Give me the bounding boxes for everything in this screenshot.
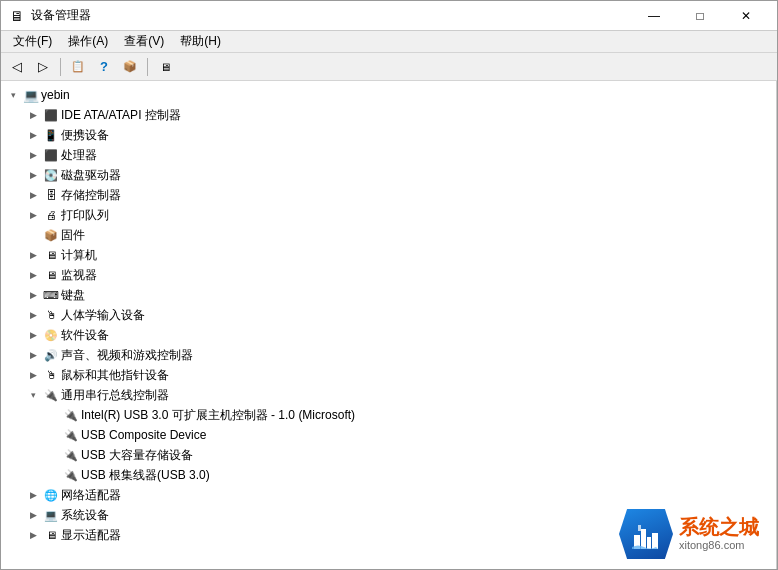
properties-button[interactable]: 📋 [66, 56, 90, 78]
system-icon: 💻 [43, 507, 59, 523]
network-icon: 🌐 [43, 487, 59, 503]
ide-label: IDE ATA/ATAPI 控制器 [61, 107, 181, 124]
update-driver-button[interactable]: 📦 [118, 56, 142, 78]
intel-usb-label: Intel(R) USB 3.0 可扩展主机控制器 - 1.0 (Microso… [81, 407, 355, 424]
tree-item-ide[interactable]: ▶ ⬛ IDE ATA/ATAPI 控制器 [1, 105, 776, 125]
processor-label: 处理器 [61, 147, 97, 164]
tree-item-usb-hub[interactable]: 🔌 USB 根集线器(USB 3.0) [1, 465, 776, 485]
tree-item-network[interactable]: ▶ 🌐 网络适配器 [1, 485, 776, 505]
tree-item-firmware[interactable]: 📦 固件 [1, 225, 776, 245]
tree-item-computer[interactable]: ▶ 🖥 计算机 [1, 245, 776, 265]
title-controls: — □ ✕ [631, 1, 769, 31]
tree-root[interactable]: ▾ 💻 yebin [1, 85, 776, 105]
expander-software[interactable]: ▶ [25, 327, 41, 343]
expander-ide[interactable]: ▶ [25, 107, 41, 123]
expander-display[interactable]: ▶ [25, 527, 41, 543]
expander-root[interactable]: ▾ [5, 87, 21, 103]
disk-label: 磁盘驱动器 [61, 167, 121, 184]
minimize-button[interactable]: — [631, 1, 677, 31]
tree-item-usb-composite[interactable]: 🔌 USB Composite Device [1, 425, 776, 445]
print-label: 打印队列 [61, 207, 109, 224]
expander-system[interactable]: ▶ [25, 507, 41, 523]
expander-sound[interactable]: ▶ [25, 347, 41, 363]
usb-mass-icon: 🔌 [63, 447, 79, 463]
usb-controller-icon: 🔌 [43, 387, 59, 403]
mouse-icon: 🖱 [43, 367, 59, 383]
uninstall-button[interactable]: 🖥 [153, 56, 177, 78]
hid-icon: 🖱 [43, 307, 59, 323]
expander-usb-mass [45, 447, 61, 463]
expander-computer[interactable]: ▶ [25, 247, 41, 263]
menu-file[interactable]: 文件(F) [5, 31, 60, 52]
menu-action[interactable]: 操作(A) [60, 31, 116, 52]
mouse-label: 鼠标和其他指针设备 [61, 367, 169, 384]
tree-item-keyboard[interactable]: ▶ ⌨ 键盘 [1, 285, 776, 305]
tree-item-hid[interactable]: ▶ 🖱 人体学输入设备 [1, 305, 776, 325]
keyboard-icon: ⌨ [43, 287, 59, 303]
expander-storage[interactable]: ▶ [25, 187, 41, 203]
back-button[interactable]: ◁ [5, 56, 29, 78]
tree-item-system[interactable]: ▶ 💻 系统设备 [1, 505, 776, 525]
expander-print[interactable]: ▶ [25, 207, 41, 223]
title-bar-left: 🖥 设备管理器 [9, 7, 91, 24]
expander-usb-composite [45, 427, 61, 443]
monitor-label: 监视器 [61, 267, 97, 284]
expander-mouse[interactable]: ▶ [25, 367, 41, 383]
toolbar: ◁ ▷ 📋 ? 📦 🖥 [1, 53, 777, 81]
tree-item-print[interactable]: ▶ 🖨 打印队列 [1, 205, 776, 225]
expander-usb-hub [45, 467, 61, 483]
tree-item-sound[interactable]: ▶ 🔊 声音、视频和游戏控制器 [1, 345, 776, 365]
help-button[interactable]: ? [92, 56, 116, 78]
expander-monitor[interactable]: ▶ [25, 267, 41, 283]
expander-disk[interactable]: ▶ [25, 167, 41, 183]
tree-item-usb-mass[interactable]: 🔌 USB 大容量存储设备 [1, 445, 776, 465]
content-area: ▾ 💻 yebin ▶ ⬛ IDE ATA/ATAPI 控制器 ▶ 📱 便携设备… [1, 81, 777, 569]
menu-help[interactable]: 帮助(H) [172, 31, 229, 52]
tree-item-processor[interactable]: ▶ ⬛ 处理器 [1, 145, 776, 165]
tree-item-mouse[interactable]: ▶ 🖱 鼠标和其他指针设备 [1, 365, 776, 385]
computer2-icon: 🖥 [43, 247, 59, 263]
ide-icon: ⬛ [43, 107, 59, 123]
software-label: 软件设备 [61, 327, 109, 344]
close-button[interactable]: ✕ [723, 1, 769, 31]
portable-label: 便携设备 [61, 127, 109, 144]
menu-view[interactable]: 查看(V) [116, 31, 172, 52]
storage-icon: 🗄 [43, 187, 59, 203]
expander-hid[interactable]: ▶ [25, 307, 41, 323]
monitor-icon: 🖥 [43, 267, 59, 283]
tree-item-software[interactable]: ▶ 📀 软件设备 [1, 325, 776, 345]
system-label: 系统设备 [61, 507, 109, 524]
expander-keyboard[interactable]: ▶ [25, 287, 41, 303]
firmware-icon: 📦 [43, 227, 59, 243]
tree-item-monitor[interactable]: ▶ 🖥 监视器 [1, 265, 776, 285]
intel-usb-icon: 🔌 [63, 407, 79, 423]
window-icon: 🖥 [9, 8, 25, 24]
expander-portable[interactable]: ▶ [25, 127, 41, 143]
root-label: yebin [41, 88, 70, 102]
tree-item-intel-usb[interactable]: 🔌 Intel(R) USB 3.0 可扩展主机控制器 - 1.0 (Micro… [1, 405, 776, 425]
tree-item-disk[interactable]: ▶ 💽 磁盘驱动器 [1, 165, 776, 185]
expander-usb-controller[interactable]: ▾ [25, 387, 41, 403]
expander-intel-usb [45, 407, 61, 423]
software-icon: 📀 [43, 327, 59, 343]
tree-item-storage[interactable]: ▶ 🗄 存储控制器 [1, 185, 776, 205]
usb-hub-icon: 🔌 [63, 467, 79, 483]
forward-button[interactable]: ▷ [31, 56, 55, 78]
usb-hub-label: USB 根集线器(USB 3.0) [81, 467, 210, 484]
keyboard-label: 键盘 [61, 287, 85, 304]
tree-item-display[interactable]: ▶ 🖥 显示适配器 [1, 525, 776, 545]
usb-composite-icon: 🔌 [63, 427, 79, 443]
print-icon: 🖨 [43, 207, 59, 223]
sound-label: 声音、视频和游戏控制器 [61, 347, 193, 364]
toolbar-separator-2 [147, 58, 148, 76]
tree-item-usb-controller[interactable]: ▾ 🔌 通用串行总线控制器 [1, 385, 776, 405]
display-label: 显示适配器 [61, 527, 121, 544]
expander-network[interactable]: ▶ [25, 487, 41, 503]
expander-firmware [25, 227, 41, 243]
storage-label: 存储控制器 [61, 187, 121, 204]
computer-label: 计算机 [61, 247, 97, 264]
tree-item-portable[interactable]: ▶ 📱 便携设备 [1, 125, 776, 145]
expander-processor[interactable]: ▶ [25, 147, 41, 163]
maximize-button[interactable]: □ [677, 1, 723, 31]
device-tree[interactable]: ▾ 💻 yebin ▶ ⬛ IDE ATA/ATAPI 控制器 ▶ 📱 便携设备… [1, 81, 777, 569]
